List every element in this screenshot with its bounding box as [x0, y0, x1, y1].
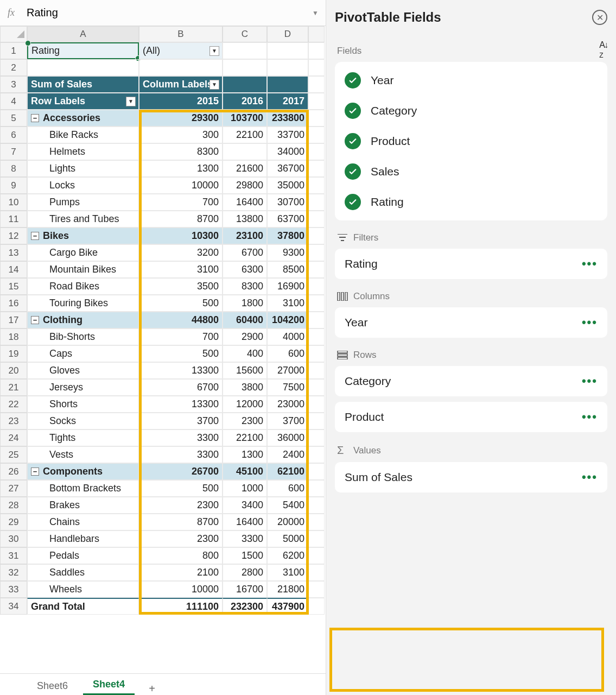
cell-b1[interactable]: (All) ▼: [139, 42, 223, 59]
data-cell[interactable]: 2300: [139, 497, 223, 514]
data-cell[interactable]: 233800: [267, 110, 308, 127]
product-row[interactable]: Caps: [27, 345, 139, 362]
row-header[interactable]: 30: [0, 530, 27, 547]
cell[interactable]: [308, 379, 325, 396]
field-item[interactable]: Sales: [335, 156, 607, 187]
data-cell[interactable]: 500: [139, 295, 223, 312]
col-header-e[interactable]: [308, 26, 325, 42]
data-cell[interactable]: 26700: [139, 463, 223, 480]
cell[interactable]: [308, 463, 325, 480]
row-header[interactable]: 24: [0, 429, 27, 446]
product-row[interactable]: Road Bikes: [27, 278, 139, 295]
cell[interactable]: [308, 110, 325, 127]
row-header[interactable]: 4: [0, 93, 27, 110]
row-header[interactable]: 10: [0, 194, 27, 211]
cell-e1[interactable]: [308, 42, 325, 59]
cell[interactable]: [267, 59, 308, 76]
filter-pill-rating[interactable]: Rating •••: [335, 249, 607, 279]
cell[interactable]: [308, 446, 325, 463]
cell[interactable]: [308, 328, 325, 345]
data-cell[interactable]: 16400: [223, 194, 267, 211]
pivot-corner[interactable]: Sum of Sales: [27, 76, 139, 93]
row-header[interactable]: 31: [0, 547, 27, 564]
data-cell[interactable]: 13300: [139, 362, 223, 379]
data-cell[interactable]: 33700: [267, 127, 308, 143]
data-cell[interactable]: 23100: [223, 228, 267, 244]
data-cell[interactable]: 3700: [139, 413, 223, 429]
column-dropdown-icon[interactable]: ▼: [209, 80, 219, 90]
cell[interactable]: [308, 59, 325, 76]
col-header-a[interactable]: A: [27, 26, 139, 42]
category-row[interactable]: −Components: [27, 463, 139, 480]
data-cell[interactable]: 1500: [223, 547, 267, 564]
product-row[interactable]: Bib-Shorts: [27, 328, 139, 345]
data-cell[interactable]: 8700: [139, 211, 223, 228]
cell[interactable]: [308, 312, 325, 328]
row-header[interactable]: 12: [0, 228, 27, 244]
data-cell[interactable]: 2300: [223, 413, 267, 429]
formula-input[interactable]: [22, 0, 305, 26]
cell[interactable]: [308, 194, 325, 211]
row-header[interactable]: 3: [0, 76, 27, 93]
field-item[interactable]: Category: [335, 96, 607, 126]
data-cell[interactable]: 62100: [267, 463, 308, 480]
cell[interactable]: [308, 211, 325, 228]
cell[interactable]: [223, 76, 267, 93]
more-icon[interactable]: •••: [582, 374, 598, 388]
field-item[interactable]: Rating: [335, 187, 607, 217]
cell[interactable]: [308, 362, 325, 379]
data-cell[interactable]: 35000: [267, 177, 308, 194]
product-row[interactable]: Lights: [27, 160, 139, 177]
product-row[interactable]: Tires and Tubes: [27, 211, 139, 228]
data-cell[interactable]: 6700: [139, 379, 223, 396]
data-cell[interactable]: 600: [267, 480, 308, 497]
row-header[interactable]: 21: [0, 379, 27, 396]
cell-c1[interactable]: [223, 42, 267, 59]
data-cell[interactable]: 3500: [139, 278, 223, 295]
data-cell[interactable]: 500: [139, 480, 223, 497]
cell[interactable]: [308, 514, 325, 530]
cell[interactable]: [308, 564, 325, 581]
data-cell[interactable]: 7500: [267, 379, 308, 396]
cell[interactable]: [308, 160, 325, 177]
cell[interactable]: [139, 59, 223, 76]
row-header[interactable]: 27: [0, 480, 27, 497]
data-cell[interactable]: 8700: [139, 514, 223, 530]
data-cell[interactable]: 13800: [223, 211, 267, 228]
data-cell[interactable]: 10000: [139, 177, 223, 194]
row-header[interactable]: 25: [0, 446, 27, 463]
data-cell[interactable]: 22100: [223, 127, 267, 143]
data-cell[interactable]: 2300: [139, 530, 223, 547]
data-cell[interactable]: 63700: [267, 211, 308, 228]
product-row[interactable]: Shorts: [27, 396, 139, 413]
grand-total-val[interactable]: 437900: [267, 598, 308, 615]
data-cell[interactable]: 20000: [267, 514, 308, 530]
data-cell[interactable]: 104200: [267, 312, 308, 328]
product-row[interactable]: Mountain Bikes: [27, 261, 139, 278]
category-row[interactable]: −Bikes: [27, 228, 139, 244]
data-cell[interactable]: 30700: [267, 194, 308, 211]
cell[interactable]: [308, 396, 325, 413]
tab-sheet6[interactable]: Sheet6: [27, 677, 78, 695]
data-cell[interactable]: 15600: [223, 362, 267, 379]
col-header-c[interactable]: C: [223, 26, 267, 42]
product-row[interactable]: Bike Racks: [27, 127, 139, 143]
product-row[interactable]: Vests: [27, 446, 139, 463]
data-cell[interactable]: 1300: [139, 160, 223, 177]
cell[interactable]: [308, 480, 325, 497]
product-row[interactable]: Chains: [27, 514, 139, 530]
year-header[interactable]: 2015: [139, 93, 223, 110]
data-cell[interactable]: 4000: [267, 328, 308, 345]
cell[interactable]: [308, 76, 325, 93]
sort-fields-button[interactable]: A↓Z: [599, 40, 607, 60]
row-header[interactable]: 26: [0, 463, 27, 480]
product-row[interactable]: Saddles: [27, 564, 139, 581]
cell[interactable]: [308, 127, 325, 143]
grand-total-val[interactable]: 111100: [139, 598, 223, 615]
collapse-icon[interactable]: −: [31, 467, 39, 476]
cell-a1[interactable]: Rating: [27, 42, 139, 59]
product-row[interactable]: Touring Bikes: [27, 295, 139, 312]
data-cell[interactable]: 3200: [139, 244, 223, 261]
data-cell[interactable]: 9300: [267, 244, 308, 261]
cell[interactable]: [308, 177, 325, 194]
